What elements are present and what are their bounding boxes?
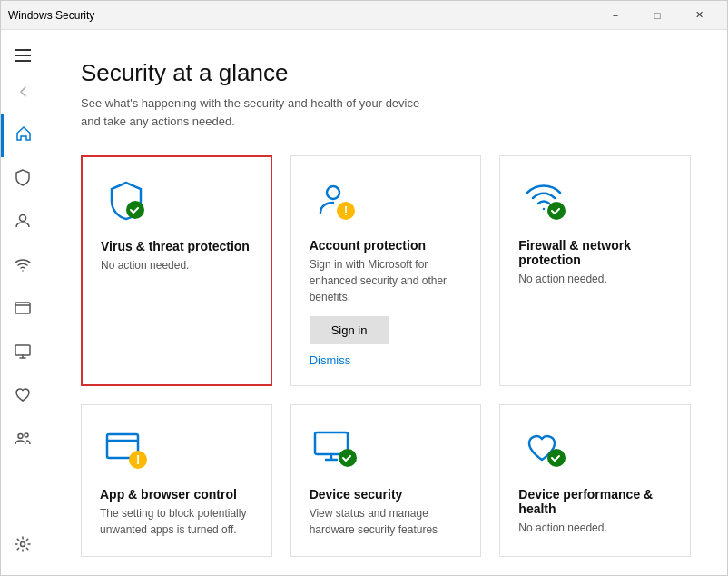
svg-text:!: ! bbox=[136, 452, 141, 467]
page-title: Security at a glance bbox=[81, 59, 691, 87]
sidebar-item-performance[interactable] bbox=[1, 375, 44, 419]
shield-icon bbox=[14, 168, 32, 191]
hamburger-line-2 bbox=[15, 55, 31, 56]
monitor-icon bbox=[14, 343, 32, 365]
sidebar-item-firewall[interactable] bbox=[1, 244, 44, 288]
window: Windows Security − □ ✕ bbox=[0, 0, 728, 576]
firewall-icon-area bbox=[518, 174, 569, 225]
person-warning-icon: ! bbox=[313, 178, 357, 222]
window-controls: − □ ✕ bbox=[595, 1, 720, 30]
sidebar-item-account[interactable] bbox=[1, 201, 44, 244]
virus-threat-desc: No action needed. bbox=[101, 257, 252, 273]
app-browser-desc: The setting to block potentially unwante… bbox=[100, 505, 253, 538]
heart-check-icon bbox=[520, 427, 567, 471]
svg-rect-3 bbox=[15, 345, 30, 355]
svg-text:!: ! bbox=[343, 204, 348, 218]
hamburger-line-1 bbox=[15, 49, 31, 51]
device-security-icon-area bbox=[310, 423, 360, 474]
svg-rect-1 bbox=[15, 303, 30, 313]
firewall-title: Firewall & network protection bbox=[518, 238, 672, 267]
account-protection-desc: Sign in with Microsoft for enhanced secu… bbox=[310, 256, 463, 305]
heart-icon bbox=[14, 386, 32, 409]
close-button[interactable]: ✕ bbox=[678, 1, 720, 30]
device-security-desc: View status and manage hardware security… bbox=[310, 505, 463, 538]
minimize-button[interactable]: − bbox=[595, 1, 636, 30]
device-security-title: Device security bbox=[310, 487, 463, 502]
card-account-protection[interactable]: ! Account protection Sign in with Micros… bbox=[290, 155, 482, 386]
main-content: Security at a glance See what's happenin… bbox=[44, 30, 727, 575]
card-virus-threat[interactable]: Virus & threat protection No action need… bbox=[81, 155, 272, 386]
sidebar-item-family[interactable] bbox=[1, 419, 44, 462]
browser-icon bbox=[14, 299, 32, 322]
virus-threat-icon-area bbox=[101, 175, 152, 226]
maximize-button[interactable]: □ bbox=[636, 1, 678, 30]
account-protection-icon-area: ! bbox=[310, 174, 360, 225]
virus-threat-title: Virus & threat protection bbox=[101, 239, 252, 253]
sidebar-item-settings[interactable] bbox=[1, 524, 44, 568]
sidebar bbox=[1, 30, 44, 575]
hamburger-button[interactable] bbox=[5, 37, 41, 74]
wifi-check-icon bbox=[520, 178, 567, 222]
cards-grid: Virus & threat protection No action need… bbox=[81, 155, 691, 557]
monitor-check-icon bbox=[311, 427, 359, 471]
sign-in-button[interactable]: Sign in bbox=[310, 316, 389, 344]
sidebar-nav bbox=[1, 114, 44, 524]
svg-point-8 bbox=[327, 186, 339, 199]
person-icon bbox=[14, 212, 32, 234]
card-device-security[interactable]: Device security View status and manage h… bbox=[290, 404, 482, 557]
sidebar-settings[interactable] bbox=[1, 524, 44, 568]
card-performance[interactable]: Device performance & health No action ne… bbox=[499, 404, 691, 557]
svg-point-6 bbox=[20, 541, 25, 546]
performance-desc: No action needed. bbox=[518, 520, 672, 536]
app-browser-icon-area: ! bbox=[100, 423, 151, 474]
shield-check-icon bbox=[104, 179, 148, 223]
sidebar-item-device-security[interactable] bbox=[1, 332, 44, 375]
dismiss-link[interactable]: Dismiss bbox=[310, 353, 463, 367]
sidebar-item-app-browser[interactable] bbox=[1, 288, 44, 332]
sidebar-item-home[interactable] bbox=[1, 114, 44, 157]
back-button[interactable] bbox=[5, 77, 41, 106]
card-app-browser[interactable]: ! App & browser control The setting to b… bbox=[81, 404, 272, 557]
svg-point-4 bbox=[18, 433, 23, 438]
app-body: Security at a glance See what's happenin… bbox=[1, 30, 727, 575]
app-browser-title: App & browser control bbox=[100, 487, 253, 502]
sidebar-item-virus[interactable] bbox=[1, 157, 44, 201]
gear-icon bbox=[14, 535, 32, 558]
titlebar: Windows Security − □ ✕ bbox=[1, 1, 727, 30]
svg-point-0 bbox=[19, 214, 25, 221]
account-protection-title: Account protection bbox=[310, 238, 463, 253]
back-icon bbox=[15, 84, 30, 99]
performance-icon-area bbox=[518, 423, 569, 474]
hamburger-line-3 bbox=[15, 60, 31, 62]
home-icon bbox=[15, 124, 33, 147]
firewall-desc: No action needed. bbox=[518, 271, 672, 287]
card-firewall[interactable]: Firewall & network protection No action … bbox=[499, 155, 691, 386]
performance-title: Device performance & health bbox=[518, 487, 672, 516]
browser-warning-icon: ! bbox=[103, 427, 147, 471]
wifi-icon bbox=[14, 255, 32, 278]
page-subtitle: See what's happening with the security a… bbox=[81, 94, 691, 130]
window-title: Windows Security bbox=[8, 9, 595, 22]
svg-point-5 bbox=[25, 433, 28, 437]
people-icon bbox=[14, 430, 32, 452]
